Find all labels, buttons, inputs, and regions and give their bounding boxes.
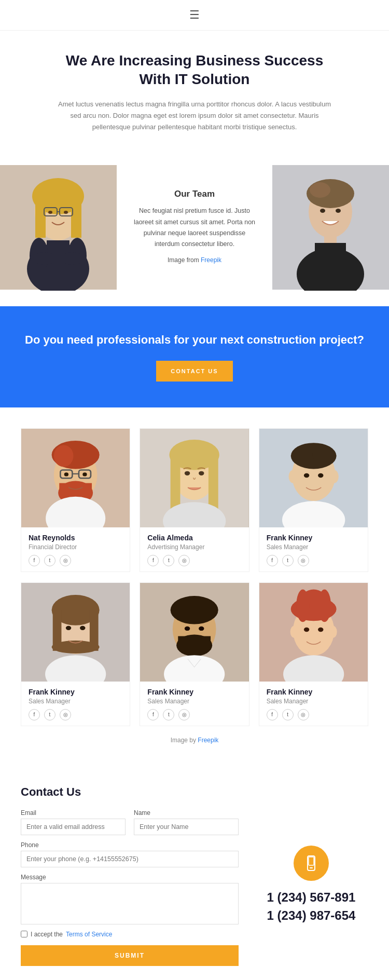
svg-point-8 — [48, 211, 52, 214]
team-name-nat: Nat Reynolds — [29, 534, 122, 542]
team-photo-celia — [140, 429, 248, 527]
facebook-icon-frank4[interactable]: f — [267, 709, 278, 720]
facebook-icon-celia[interactable]: f — [147, 555, 159, 566]
name-input[interactable] — [134, 819, 239, 835]
twitter-icon-frank4[interactable]: t — [282, 709, 294, 720]
svg-point-61 — [52, 641, 100, 654]
svg-point-34 — [64, 472, 68, 476]
name-label: Name — [134, 809, 239, 816]
svg-point-50 — [312, 445, 334, 465]
svg-rect-4 — [71, 196, 81, 238]
svg-rect-87 — [309, 857, 314, 865]
svg-point-79 — [318, 589, 331, 622]
team-name-frank1: Frank Kinney — [267, 534, 360, 542]
team-center-info: Our Team Nec feugiat nisl pretium fusce … — [117, 164, 272, 291]
svg-rect-86 — [310, 867, 313, 868]
instagram-icon-celia[interactable]: ◎ — [178, 555, 190, 566]
phone-num-1: 1 (234) 567-891 — [267, 890, 356, 905]
team-card-frank4: Frank Kinney Sales Manager f t ◎ — [259, 582, 368, 726]
svg-point-9 — [64, 211, 68, 214]
frank1-portrait — [259, 429, 368, 527]
facebook-icon-frank3[interactable]: f — [147, 709, 159, 720]
freepik-note-link[interactable]: Freepik — [198, 737, 218, 744]
team-card-info-frank1: Frank Kinney Sales Manager f t ◎ — [259, 527, 368, 571]
phone-input[interactable] — [21, 851, 239, 867]
freepik-link[interactable]: Freepik — [201, 256, 221, 264]
submit-button[interactable]: SUBMIT — [21, 945, 239, 966]
team-card-nat-reynolds: Nat Reynolds Financial Director f t ◎ — [21, 428, 130, 572]
svg-point-81 — [329, 626, 337, 638]
team-freepik: Image from Freepik — [168, 255, 221, 265]
team-card-frank1: Frank Kinney Sales Manager f t ◎ — [259, 428, 368, 572]
svg-point-28 — [54, 445, 74, 467]
svg-point-53 — [303, 473, 309, 478]
header: ☰ — [0, 0, 389, 31]
svg-point-71 — [199, 627, 204, 631]
svg-rect-42 — [209, 456, 218, 510]
svg-point-63 — [80, 626, 85, 630]
team-intro: Our Team Nec feugiat nisl pretium fusce … — [0, 164, 389, 291]
team-card-celia: Celia Almeda Advertising Manager f t ◎ — [140, 428, 249, 572]
name-group: Name — [134, 809, 239, 835]
svg-point-80 — [290, 626, 298, 638]
menu-icon[interactable]: ☰ — [189, 8, 200, 22]
team-photo-right — [272, 164, 389, 291]
team-name-celia: Celia Almeda — [147, 534, 241, 542]
team-card-info-frank4: Frank Kinney Sales Manager f t ◎ — [259, 682, 368, 726]
team-card-frank3: Frank Kinney Sales Manager f t ◎ — [140, 582, 249, 726]
contact-us-button[interactable]: CONTACT US — [156, 361, 232, 382]
facebook-icon-nat[interactable]: f — [29, 555, 40, 566]
social-icons-frank4: f t ◎ — [267, 709, 360, 720]
svg-point-49 — [293, 445, 315, 465]
team-card-info-frank2: Frank Kinney Sales Manager f t ◎ — [21, 682, 130, 726]
phone-label: Phone — [21, 841, 239, 849]
twitter-icon-celia[interactable]: t — [163, 555, 174, 566]
svg-point-35 — [82, 472, 87, 476]
hero-title: We Are Increasing Business Success With … — [52, 51, 337, 89]
team-photo-right-svg — [272, 164, 389, 291]
email-input[interactable] — [21, 819, 126, 835]
twitter-icon-frank1[interactable]: t — [282, 555, 294, 566]
instagram-icon-frank3[interactable]: ◎ — [178, 709, 190, 720]
twitter-icon-frank2[interactable]: t — [44, 709, 55, 720]
team-photo-frank1 — [259, 429, 368, 527]
instagram-icon-nat[interactable]: ◎ — [60, 555, 71, 566]
team-card-info-celia: Celia Almeda Advertising Manager f t ◎ — [140, 527, 248, 571]
team-photo-frank4 — [259, 583, 368, 682]
team-role-nat: Financial Director — [29, 543, 122, 551]
team-photo-nat — [21, 429, 130, 527]
contact-section: Contact Us Email Name Phone Message I ac… — [0, 765, 389, 980]
terms-checkbox[interactable] — [21, 931, 27, 937]
team-photo-left-svg — [0, 164, 117, 291]
terms-link[interactable]: Terms of Service — [66, 931, 112, 938]
instagram-icon-frank1[interactable]: ◎ — [298, 555, 309, 566]
phone-group: Phone — [21, 841, 239, 867]
team-role-celia: Advertising Manager — [147, 543, 241, 551]
svg-rect-3 — [35, 196, 46, 238]
svg-point-14 — [33, 252, 55, 265]
svg-point-82 — [303, 628, 309, 632]
frank2-portrait — [21, 583, 130, 682]
celia-portrait — [140, 429, 248, 527]
frank3-portrait — [140, 583, 248, 682]
svg-rect-24 — [315, 243, 346, 291]
twitter-icon-nat[interactable]: t — [44, 555, 55, 566]
social-icons-frank1: f t ◎ — [267, 555, 360, 566]
message-input[interactable] — [21, 883, 239, 924]
svg-point-52 — [330, 470, 339, 483]
svg-point-62 — [66, 626, 71, 630]
twitter-icon-frank3[interactable]: t — [163, 709, 174, 720]
message-label: Message — [21, 874, 239, 881]
svg-point-51 — [288, 470, 297, 483]
contact-heading: Contact Us — [21, 785, 239, 799]
team-role-frank1: Sales Manager — [267, 543, 360, 551]
phone-icon — [303, 855, 319, 872]
freepik-note: Image by Freepik — [21, 737, 368, 744]
facebook-icon-frank1[interactable]: f — [267, 555, 278, 566]
instagram-icon-frank2[interactable]: ◎ — [60, 709, 71, 720]
svg-point-43 — [185, 471, 190, 475]
svg-rect-41 — [171, 456, 180, 510]
instagram-icon-frank4[interactable]: ◎ — [298, 709, 309, 720]
team-photo-frank3 — [140, 583, 248, 682]
facebook-icon-frank2[interactable]: f — [29, 709, 40, 720]
